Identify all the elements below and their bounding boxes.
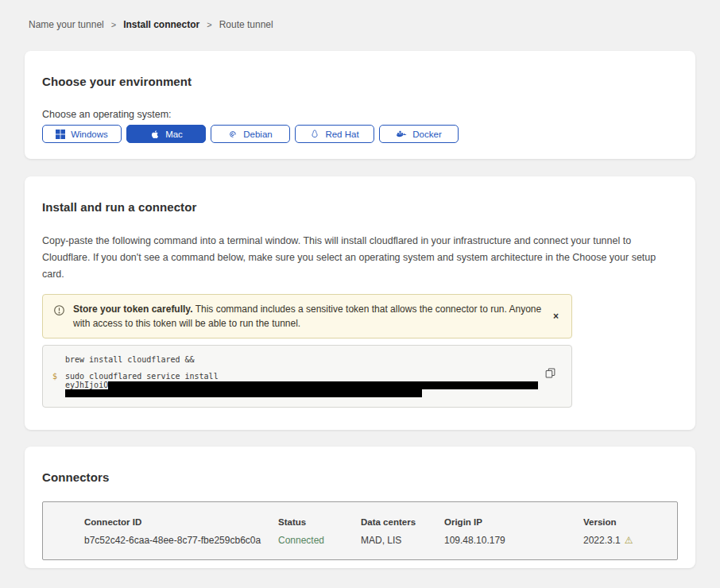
breadcrumb: Name your tunnel > Install connector > R… [0,0,720,30]
os-button-windows[interactable]: Windows [42,125,122,143]
debian-icon [228,130,238,139]
apple-icon [149,129,160,140]
code-line-4 [52,389,559,397]
os-button-label: Red Hat [325,130,358,139]
os-button-label: Windows [71,130,108,139]
token-prefix: eyJhIjoiO [65,381,108,389]
install-command-codeblock[interactable]: brew install cloudflared && $ sudo cloud… [42,345,572,408]
code-line-2: $ sudo cloudflared service install [52,372,559,381]
os-button-docker[interactable]: Docker [379,125,459,143]
version-value: 2022.3.1 ⚠ [583,535,677,546]
token-warning-title: Store your token carefully. [73,304,193,315]
redacted-token-bar [108,381,538,389]
breadcrumb-separator: > [207,20,211,29]
code-text: brew install cloudflared && [65,355,195,364]
breadcrumb-route-tunnel[interactable]: Route tunnel [219,19,273,30]
connectors-card: Connectors Connector ID Status Data cent… [25,447,695,568]
token-warning-text: Store your token carefully. This command… [73,302,542,331]
column-status: Status [278,517,361,527]
os-button-label: Debian [243,130,272,139]
os-button-label: Docker [412,130,441,139]
environment-card-title: Choose your environment [42,75,678,88]
connectors-table: Connector ID Status Data centers Origin … [42,501,678,560]
close-icon[interactable]: × [550,309,562,323]
connectors-card-title: Connectors [42,470,678,484]
os-select-label: Choose an operating system: [42,109,678,120]
copy-icon[interactable] [545,368,555,381]
os-button-mac[interactable]: Mac [126,125,206,143]
os-button-redhat[interactable]: Red Hat [295,125,374,143]
code-line-3: eyJhIjoiO [52,381,559,389]
column-connector-id: Connector ID [84,517,278,527]
column-data-centers: Data centers [361,517,444,527]
install-connector-card: Install and run a connector Copy-paste t… [25,176,695,430]
breadcrumb-separator: > [111,20,116,29]
os-button-group: Windows Mac Debian [42,125,678,143]
connector-id-value: b7c52c42-6caa-48ee-8c77-fbe259cb6c0a [84,535,278,546]
redhat-icon [310,129,319,139]
redacted-token-bar [65,389,422,397]
code-text: eyJhIjoiO [65,381,538,389]
code-line-1: brew install cloudflared && [52,355,559,364]
code-text: sudo cloudflared service install [65,372,219,381]
shell-prompt: $ [52,372,65,381]
table-row: b7c52c42-6caa-48ee-8c77-fbe259cb6c0a Con… [84,535,677,546]
environment-card: Choose your environment Choose an operat… [25,51,695,159]
docker-icon [396,130,407,138]
install-description: Copy-paste the following command into a … [42,233,678,283]
breadcrumb-name-your-tunnel[interactable]: Name your tunnel [29,19,104,30]
connectors-table-header: Connector ID Status Data centers Origin … [84,517,677,527]
alert-circle-icon [53,304,65,320]
os-button-debian[interactable]: Debian [211,125,290,143]
breadcrumb-install-connector[interactable]: Install connector [123,19,199,30]
column-origin-ip: Origin IP [444,517,583,527]
os-button-label: Mac [165,130,183,139]
status-badge: Connected [278,535,361,546]
column-version: Version [583,517,677,527]
origin-ip-value: 109.48.10.179 [444,535,583,546]
windows-icon [56,130,65,139]
data-centers-value: MAD, LIS [361,535,444,546]
token-warning-banner: Store your token carefully. This command… [42,294,572,338]
install-card-title: Install and run a connector [42,200,678,214]
warning-triangle-icon[interactable]: ⚠ [625,535,633,546]
